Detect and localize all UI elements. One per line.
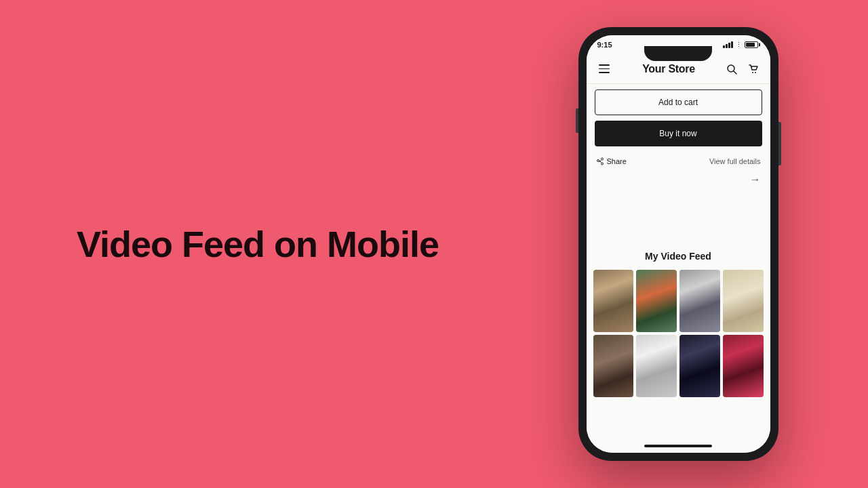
screen-content: Add to cart Buy it now Share View full d… — [587, 84, 770, 439]
video-thumbnail-3[interactable] — [679, 270, 720, 332]
right-section: 9:15 ⋮ — [515, 14, 868, 474]
wifi-icon: ⋮ — [736, 41, 742, 48]
battery-icon — [745, 41, 758, 48]
video-feed-section: My Video Feed — [587, 243, 770, 405]
store-title: Your Store — [642, 63, 695, 75]
video-thumbnail-4[interactable] — [723, 270, 764, 332]
share-row: Share View full details — [587, 152, 770, 171]
video-thumbnail-7[interactable] — [679, 335, 720, 397]
buy-it-now-button[interactable]: Buy it now — [595, 121, 762, 146]
search-icon[interactable] — [725, 62, 738, 76]
status-icons: ⋮ — [723, 41, 758, 48]
video-grid — [593, 270, 764, 397]
phone-notch — [644, 46, 712, 61]
share-label: Share — [607, 157, 627, 165]
share-icon — [596, 157, 604, 165]
home-indicator — [587, 439, 770, 453]
share-button[interactable]: Share — [596, 157, 627, 165]
action-buttons: Add to cart Buy it now — [587, 84, 770, 152]
video-thumbnail-8[interactable] — [723, 335, 764, 397]
add-to-cart-button[interactable]: Add to cart — [595, 89, 762, 115]
svg-point-2 — [752, 72, 753, 73]
screen-spacer — [587, 188, 770, 243]
home-bar — [644, 445, 712, 447]
video-thumbnail-6[interactable] — [636, 335, 677, 397]
video-thumbnail-1[interactable] — [593, 270, 634, 332]
nav-right-icons — [725, 62, 760, 76]
cart-icon[interactable] — [747, 62, 760, 76]
hamburger-icon — [599, 64, 610, 73]
page-headline: Video Feed on Mobile — [77, 223, 439, 265]
svg-point-3 — [755, 72, 756, 73]
video-feed-title: My Video Feed — [593, 251, 764, 262]
left-section: Video Feed on Mobile — [0, 196, 515, 292]
signal-icon — [723, 41, 733, 48]
menu-button[interactable] — [596, 61, 612, 77]
svg-line-1 — [734, 71, 736, 74]
video-thumbnail-5[interactable] — [593, 335, 634, 397]
phone-frame: 9:15 ⋮ — [578, 27, 778, 461]
arrow-right-icon[interactable]: → — [750, 174, 761, 186]
arrow-area: → — [587, 171, 770, 188]
view-full-details-link[interactable]: View full details — [709, 157, 761, 165]
video-thumbnail-2[interactable] — [636, 270, 677, 332]
phone-screen: 9:15 ⋮ — [587, 35, 770, 453]
status-time: 9:15 — [597, 41, 612, 49]
